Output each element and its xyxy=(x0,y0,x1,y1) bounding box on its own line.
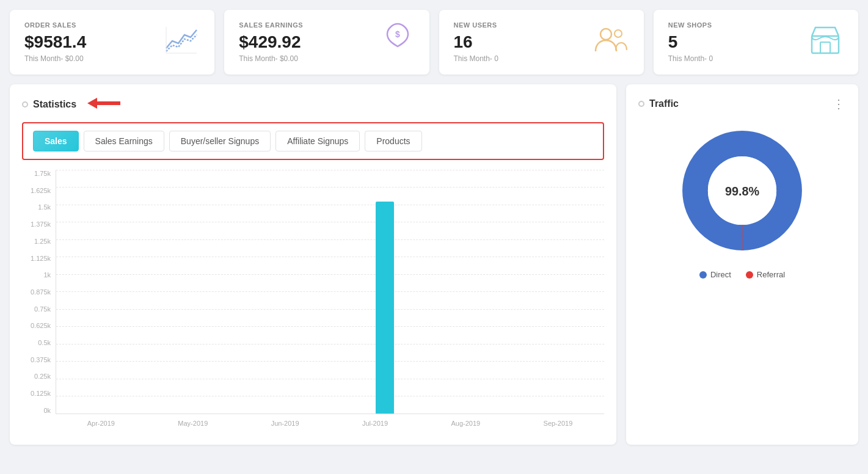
legend-referral: Referral xyxy=(746,270,785,279)
legend-direct: Direct xyxy=(699,270,731,279)
tab-products[interactable]: Products xyxy=(365,131,421,151)
statistics-chart: 1.75k 1.625k 1.5k 1.375k 1.25k 1.125k 1k… xyxy=(22,170,604,432)
sales-earnings-icon: $ xyxy=(381,21,415,64)
svg-rect-6 xyxy=(820,42,830,53)
new-shops-card: NEW SHOPS 5 This Month- 0 xyxy=(654,10,858,75)
new-shops-icon xyxy=(807,23,844,62)
traffic-menu-icon[interactable]: ⋮ xyxy=(833,97,846,111)
statistics-title-text: Statistics xyxy=(33,99,76,110)
order-sales-label: ORDER SALES xyxy=(24,21,86,29)
new-shops-value: 5 xyxy=(668,32,713,52)
order-sales-card: ORDER SALES $9581.4 This Month- $0.00 xyxy=(10,10,214,75)
svg-marker-7 xyxy=(87,98,120,109)
legend-referral-label: Referral xyxy=(757,270,785,279)
donut-chart-container: 99.8% xyxy=(638,123,846,258)
traffic-header: Traffic ⋮ xyxy=(638,97,846,111)
donut-chart: 99.8% xyxy=(675,123,809,258)
new-users-card: NEW USERS 16 This Month- 0 xyxy=(439,10,644,75)
new-users-icon xyxy=(593,24,629,60)
order-sales-sub: This Month- $0.00 xyxy=(24,54,86,63)
statistics-title: Statistics xyxy=(22,97,121,112)
sales-earnings-value: $429.92 xyxy=(239,32,303,52)
x-axis: Apr-2019 May-2019 Jun-2019 Jul-2019 Aug-… xyxy=(56,414,604,432)
grid-lines xyxy=(56,170,604,414)
new-users-sub: This Month- 0 xyxy=(454,54,498,63)
bar-jul-2019 xyxy=(376,170,394,414)
new-users-value: 16 xyxy=(454,32,498,52)
traffic-title-text: Traffic xyxy=(649,98,679,109)
tab-sales[interactable]: Sales xyxy=(33,131,79,151)
statistics-header: Statistics xyxy=(22,97,604,112)
top-cards-section: ORDER SALES $9581.4 This Month- $0.00 SA… xyxy=(0,0,868,84)
tab-buyer-seller[interactable]: Buyer/seller Signups xyxy=(169,131,271,151)
svg-rect-5 xyxy=(812,36,839,53)
sales-earnings-card: SALES EARNINGS $429.92 This Month- $0.00… xyxy=(224,10,429,75)
svg-text:$: $ xyxy=(395,29,400,39)
statistics-panel: Statistics Sales Sales Earnings Buyer/se… xyxy=(10,84,616,445)
sales-earnings-sub: This Month- $0.00 xyxy=(239,54,303,63)
traffic-panel: Traffic ⋮ 99.8% Dir xyxy=(626,84,858,445)
traffic-title-dot xyxy=(638,101,644,107)
svg-point-3 xyxy=(600,29,611,40)
traffic-title: Traffic xyxy=(638,98,679,109)
new-shops-sub: This Month- 0 xyxy=(668,54,713,63)
red-arrow-indicator xyxy=(87,97,121,112)
y-axis: 1.75k 1.625k 1.5k 1.375k 1.25k 1.125k 1k… xyxy=(22,170,56,414)
legend-direct-dot xyxy=(699,271,707,279)
new-shops-label: NEW SHOPS xyxy=(668,21,713,29)
new-users-label: NEW USERS xyxy=(454,21,498,29)
sales-earnings-label: SALES EARNINGS xyxy=(239,21,303,29)
order-sales-value: $9581.4 xyxy=(24,32,86,52)
legend-direct-label: Direct xyxy=(710,270,731,279)
tab-box: Sales Sales Earnings Buyer/seller Signup… xyxy=(22,122,604,160)
svg-point-4 xyxy=(615,30,622,37)
title-dot xyxy=(22,101,28,108)
svg-text:99.8%: 99.8% xyxy=(725,184,760,198)
main-content: Statistics Sales Sales Earnings Buyer/se… xyxy=(0,84,868,454)
order-sales-icon xyxy=(163,24,200,60)
traffic-legend: Direct Referral xyxy=(638,270,846,279)
tab-buttons: Sales Sales Earnings Buyer/seller Signup… xyxy=(33,131,593,151)
legend-referral-dot xyxy=(746,271,753,279)
tab-sales-earnings[interactable]: Sales Earnings xyxy=(84,131,164,151)
tab-affiliate[interactable]: Affiliate Signups xyxy=(275,131,360,151)
bar-element xyxy=(376,202,394,414)
chart-inner xyxy=(56,170,604,414)
